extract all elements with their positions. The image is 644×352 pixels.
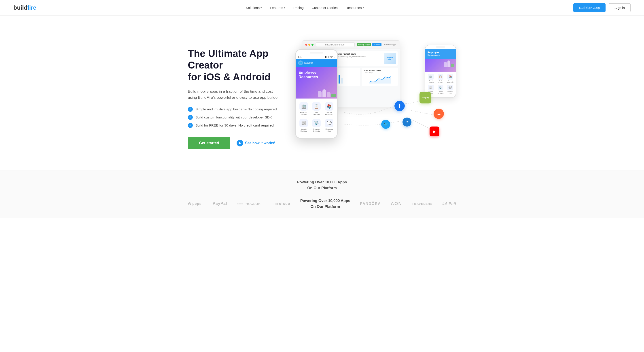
- phone2-illustration: [425, 59, 456, 72]
- checklist-item-1: Simple and intuitive app builder – No co…: [188, 107, 295, 112]
- p2-about[interactable]: 🏢 AboutCompany: [427, 74, 435, 83]
- training-icon: 📚: [325, 102, 334, 111]
- phone2-header: EmployeeResources: [425, 49, 456, 59]
- play-icon: [236, 140, 243, 146]
- phone2-notch: [436, 46, 445, 48]
- browser-url: http://buildfire.com: [316, 42, 355, 47]
- logo-aon: AON: [391, 201, 402, 206]
- check-icon-2: [188, 115, 193, 120]
- logo-pandora: PANDÖRA: [360, 202, 381, 206]
- nav-solutions[interactable]: Solutions ▾: [246, 6, 262, 10]
- p2-chat[interactable]: 💬 EmployeeChat: [446, 85, 454, 94]
- phone-bottom-space: [296, 136, 337, 138]
- line-chart: [364, 75, 396, 84]
- stat2-title: Most Active Users: [364, 69, 396, 72]
- sign-in-button[interactable]: Sign in: [609, 3, 630, 12]
- see-how-link[interactable]: See how it works!: [236, 140, 275, 146]
- logo-cisco: ||||||| cisco: [270, 202, 290, 206]
- get-started-button[interactable]: Get started: [188, 137, 230, 149]
- phone-frame-2: EmployeeResources 🏢 A: [425, 45, 456, 98]
- youtube-icon: ▶: [430, 126, 440, 136]
- news-image: PayPalCase: [384, 53, 396, 64]
- staff-icon: 📋: [312, 102, 321, 111]
- phone-app-title: Employee Resources: [298, 70, 334, 80]
- checklist-item-2: Build custom functionality with our deve…: [188, 115, 295, 120]
- twitter-icon: 🐦: [381, 120, 390, 129]
- illustration: [318, 89, 336, 97]
- hero-right: http://buildfire.com Pricing Page Publis…: [295, 40, 456, 157]
- shopify-icon: shopify: [420, 92, 431, 103]
- icon-news[interactable]: 📰 News &Updates: [297, 117, 310, 134]
- p2-social[interactable]: 📡 ConnectOn Social: [436, 85, 444, 94]
- bar-7: [341, 78, 343, 84]
- logo-pepsi: ⊙ pepsi: [188, 201, 203, 206]
- nav-pricing[interactable]: Pricing: [294, 6, 304, 10]
- check-icon-1: [188, 107, 193, 112]
- phone-notch: [310, 52, 323, 54]
- build-app-button[interactable]: Build an App: [573, 3, 606, 12]
- dot-red: [305, 44, 307, 46]
- logo-la-phil: LA Phil: [442, 202, 456, 206]
- dot-green: [312, 44, 314, 46]
- facebook-icon: f: [394, 101, 405, 111]
- hero-subtitle: Build mobile apps in a fraction of the t…: [188, 88, 282, 101]
- salesforce-icon: ⟳: [402, 118, 412, 126]
- icon-about[interactable]: 🏢 About OurCompany: [297, 100, 310, 117]
- logo-travelers: TRAVELERS: [412, 202, 433, 206]
- about-icon: 🏢: [300, 102, 308, 111]
- stat-active-users: Most Active Users Last 30 days: [362, 68, 398, 86]
- browser-tabs-right: Pricing Page Publish Buildfire App: [357, 43, 397, 46]
- phone-mockup-secondary: EmployeeResources 🏢 A: [425, 45, 456, 98]
- nav-resources[interactable]: Resources ▾: [346, 6, 364, 10]
- checklist-item-3: Build for FREE for 30 days. No credit ca…: [188, 123, 295, 128]
- app-logo-icon: 🌐: [298, 60, 303, 65]
- nav-features[interactable]: Features ▾: [270, 6, 285, 10]
- social-icon: 📡: [312, 119, 321, 127]
- powering-text: Powering Over 10,000 Apps On Our Platfor…: [14, 179, 630, 191]
- chevron-down-icon: ▾: [260, 6, 262, 9]
- icon-training[interactable]: 📚 TrainingResources: [323, 100, 336, 117]
- hero-left: The Ultimate App Creatorfor iOS & Androi…: [188, 48, 295, 149]
- icon-chat[interactable]: 💬 EmployeeChat: [323, 117, 336, 134]
- hero-cta: Get started See how it works!: [188, 137, 295, 149]
- nav-links: Solutions ▾ Features ▾ Pricing Customer …: [246, 6, 364, 10]
- logos-row: ⊙ pepsi PayPal ≡≡≡ PRAXAIR ||||||| cisco…: [188, 198, 456, 209]
- logo-praxair: ≡≡≡ PRAXAIR: [237, 202, 261, 205]
- hero-checklist: Simple and intuitive app builder – No co…: [188, 107, 295, 128]
- logo-paypal: PayPal: [213, 201, 227, 206]
- icon-social[interactable]: 📡 ConnectOn Social: [310, 117, 323, 134]
- powering-center: Powering Over 10,000 Apps On Our Platfor…: [300, 198, 350, 209]
- chevron-down-icon: ▾: [363, 6, 364, 9]
- phone-mockup-main: 9:41 ▌▌▌ WiFi ● 🌐 buildfire Employee Res…: [295, 49, 338, 139]
- browser-bar: http://buildfire.com Pricing Page Publis…: [302, 41, 400, 49]
- soundcloud-icon: ☁: [434, 109, 444, 119]
- news-icon: 📰: [300, 119, 308, 127]
- logo-build: buildfire: [14, 4, 36, 11]
- bar-6: [338, 75, 340, 84]
- chat-icon: 💬: [325, 119, 334, 127]
- nav-customer-stories[interactable]: Customer Stories: [312, 6, 338, 10]
- check-icon-3: [188, 123, 193, 128]
- logos-section: Powering Over 10,000 Apps On Our Platfor…: [0, 170, 644, 218]
- nav-actions: Build an App Sign in: [573, 3, 630, 12]
- phone-app-header: 🌐 buildfire: [296, 59, 337, 67]
- hero-section: The Ultimate App Creatorfor iOS & Androi…: [161, 16, 483, 170]
- hero-title: The Ultimate App Creatorfor iOS & Androi…: [188, 48, 295, 83]
- phone-hero-area: Employee Resources: [296, 67, 337, 99]
- dot-yellow: [308, 44, 310, 46]
- browser-dots: [305, 44, 314, 46]
- logo[interactable]: buildfire: [14, 4, 36, 11]
- navigation: buildfire Solutions ▾ Features ▾ Pricing…: [0, 0, 644, 16]
- chevron-down-icon: ▾: [284, 6, 285, 9]
- stat2-subtitle: Last 30 days: [364, 72, 396, 73]
- p2-training[interactable]: 📚 TrainingResources: [446, 74, 454, 83]
- phone-status-bar: 9:41 ▌▌▌ WiFi ●: [296, 55, 337, 59]
- phone-icons-grid: 🏢 About OurCompany 📋 StaffDirectory 📚 Tr…: [296, 99, 337, 136]
- icon-staff[interactable]: 📋 StaffDirectory: [310, 100, 323, 117]
- p2-staff[interactable]: 📋 StaffDirectory: [436, 74, 444, 83]
